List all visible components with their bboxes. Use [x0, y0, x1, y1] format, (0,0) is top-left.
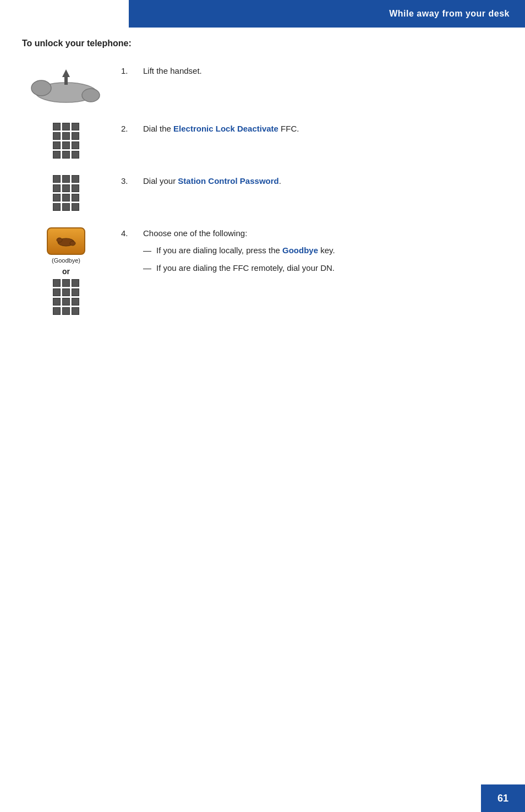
step-3-number: 3. [121, 175, 134, 186]
step-1-row: 1. Lift the handset. [22, 65, 503, 106]
header-bar: While away from your desk [129, 0, 525, 28]
handset-icon [30, 65, 102, 106]
page-footer: 61 [481, 784, 525, 812]
step-2-text: Dial the Electronic Lock Deactivate FFC. [143, 123, 503, 135]
svg-point-6 [57, 238, 62, 242]
step-4-text: Choose one of the following: — If you ar… [143, 227, 503, 280]
main-content: To unlock your telephone: 1. [22, 39, 503, 315]
step-4-row: (Goodbye) or [22, 227, 503, 315]
step-2-row: 2. Dial the Electronic Lock Deactivate F… [22, 123, 503, 159]
goodbye-button-icon [47, 227, 85, 255]
steps-container: 1. Lift the handset. [22, 65, 503, 315]
svg-point-7 [70, 241, 75, 246]
step-4-sub-bullets: — If you are dialing locally, press the … [143, 244, 503, 275]
svg-marker-3 [62, 69, 70, 77]
svg-point-2 [82, 89, 100, 102]
step-3-text: Dial your Station Control Password. [143, 175, 503, 188]
step-2-icon [22, 123, 110, 159]
step-3-icon [22, 175, 110, 211]
step-4-icon-group: (Goodbye) or [47, 227, 85, 315]
keypad-grid-2 [53, 123, 79, 159]
step-3-content: 3. Dial your Station Control Password. [121, 175, 503, 188]
step-2-number: 2. [121, 123, 134, 133]
or-text: or [62, 267, 70, 276]
section-title: To unlock your telephone: [22, 39, 503, 48]
step-4-number: 4. [121, 227, 134, 238]
svg-rect-4 [64, 77, 68, 85]
svg-point-1 [31, 80, 51, 96]
page-number: 61 [497, 793, 508, 804]
phone-handset-small-icon [56, 233, 76, 249]
sub-bullet-1: — If you are dialing locally, press the … [143, 244, 503, 257]
step-4-icon: (Goodbye) or [22, 227, 110, 315]
step-1-number: 1. [121, 65, 134, 75]
sub-bullet-2: — If you are dialing the FFC remotely, d… [143, 262, 503, 275]
step-1-text: Lift the handset. [143, 65, 503, 78]
step-1-icon [22, 65, 110, 106]
step-3-row: 3. Dial your Station Control Password. [22, 175, 503, 211]
step-1-content: 1. Lift the handset. [121, 65, 503, 78]
keypad-grid-3 [53, 175, 79, 211]
goodbye-label: (Goodbye) [52, 257, 80, 264]
header-title: While away from your desk [389, 9, 510, 19]
keypad-grid-4 [53, 279, 79, 315]
step-2-content: 2. Dial the Electronic Lock Deactivate F… [121, 123, 503, 135]
step-4-content: 4. Choose one of the following: — If you… [121, 227, 503, 280]
